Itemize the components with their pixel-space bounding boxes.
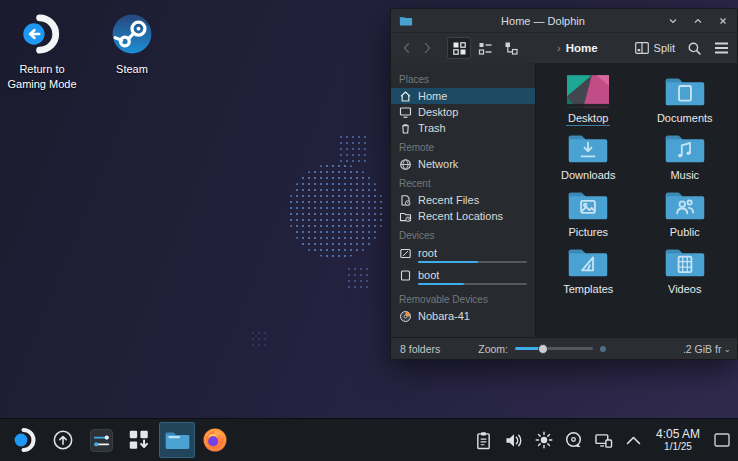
desktop-icon-return-to-gaming-mode[interactable]: Return to Gaming Mode: [6, 12, 78, 92]
brightness-tray-button[interactable]: [532, 428, 556, 452]
back-button[interactable]: [399, 38, 415, 58]
sidebar-item-label: boot: [418, 269, 439, 281]
clipboard-icon: [475, 431, 492, 450]
sidebar-item-boot[interactable]: boot: [391, 266, 535, 282]
show-desktop-button[interactable]: [712, 428, 732, 452]
forward-button[interactable]: [419, 38, 435, 58]
sidebar-item-nobara-41[interactable]: Nobara-41: [391, 308, 535, 324]
statusbar: 8 folders Zoom: .2 GiB fr ⌄: [391, 337, 737, 359]
desktop-icon-label: Return to Gaming Mode: [6, 62, 78, 92]
disks-devices-tray-button[interactable]: [562, 428, 586, 452]
breadcrumb-home[interactable]: Home: [566, 42, 598, 54]
folder-item-public[interactable]: Public: [637, 187, 734, 241]
firefox-icon: [202, 427, 228, 453]
sidebar-item-label: Desktop: [418, 106, 458, 118]
folder-item-music[interactable]: Music: [637, 130, 734, 184]
dolphin-folder-icon: [164, 429, 191, 452]
split-label: Split: [654, 42, 675, 54]
details-view-button[interactable]: [473, 37, 497, 59]
maximize-button[interactable]: [692, 15, 704, 27]
sliders-icon: [89, 428, 114, 453]
recent-files-icon: [399, 194, 412, 207]
folder-icon-music: [663, 130, 707, 167]
split-button[interactable]: Split: [635, 42, 675, 54]
wallpaper-dot-circle: [288, 163, 384, 259]
return-to-gaming-mode-icon: [20, 12, 64, 56]
titlebar[interactable]: Home — Dolphin: [391, 9, 737, 33]
folder-icon-downloads: [566, 130, 610, 167]
trash-icon: [399, 122, 412, 135]
icons-view-button[interactable]: [447, 37, 471, 59]
wallpaper-dot-square: [338, 134, 366, 162]
digital-clock[interactable]: 4:05 AM 1/1/25: [656, 428, 700, 452]
dolphin-task-button[interactable]: [159, 422, 195, 458]
minimize-button[interactable]: [667, 15, 679, 27]
folder-item-documents[interactable]: Documents: [637, 73, 734, 127]
sidebar-item-label: Recent Files: [418, 194, 479, 206]
sidebar-item-root[interactable]: root: [391, 244, 535, 260]
sidebar-item-label: Home: [418, 90, 447, 102]
zoom-slider[interactable]: [515, 347, 593, 350]
close-button[interactable]: [717, 15, 729, 27]
chevron-up-icon: [626, 436, 641, 445]
free-space-chevron-icon[interactable]: ⌄: [723, 344, 731, 354]
places-panel: Places Home Desktop Trash Remote: [391, 63, 536, 337]
search-icon: [687, 41, 702, 56]
folder-label: Desktop: [566, 112, 610, 126]
toolbar: › Home Split: [391, 33, 737, 63]
sidebar-item-network[interactable]: Network: [391, 156, 535, 172]
firefox-task-button[interactable]: [197, 422, 233, 458]
recent-locations-icon: [399, 210, 412, 223]
folder-item-videos[interactable]: Videos: [637, 244, 734, 298]
sun-icon: [535, 431, 553, 449]
app-grid-download-icon: [127, 428, 151, 452]
section-header-remote: Remote: [391, 136, 535, 156]
sidebar-item-recent-files[interactable]: Recent Files: [391, 192, 535, 208]
section-header-recent: Recent: [391, 172, 535, 192]
boot-drive-icon: [399, 269, 412, 282]
menu-button[interactable]: [714, 42, 729, 54]
sidebar-item-trash[interactable]: Trash: [391, 120, 535, 136]
zoom-slider-handle[interactable]: [538, 344, 548, 354]
desktop-icon-label: Steam: [116, 62, 148, 77]
folder-icon-public: [663, 187, 707, 224]
clipboard-tray-button[interactable]: [472, 428, 496, 452]
folder-label: Videos: [666, 283, 703, 296]
sidebar-item-desktop[interactable]: Desktop: [391, 104, 535, 120]
screen-layout-tray-button[interactable]: [592, 428, 616, 452]
network-globe-icon: [399, 158, 412, 171]
home-icon: [399, 90, 412, 103]
folder-item-templates[interactable]: Templates: [540, 244, 637, 298]
steam-icon: [110, 12, 154, 56]
desktop-icon: [399, 106, 412, 119]
wallpaper-dot-square: [250, 330, 270, 350]
update-tool-button[interactable]: [45, 422, 81, 458]
volume-tray-button[interactable]: [502, 428, 526, 452]
software-install-button[interactable]: [121, 422, 157, 458]
settings-tweaks-button[interactable]: [83, 422, 119, 458]
sidebar-item-home[interactable]: Home: [391, 88, 535, 104]
folder-label: Public: [668, 226, 702, 239]
sidebar-item-label: root: [418, 247, 437, 259]
breadcrumb-chevron-icon: ›: [557, 42, 561, 54]
zoom-in-icon[interactable]: [600, 346, 606, 352]
desktop-icon-steam[interactable]: Steam: [96, 12, 168, 92]
folder-item-downloads[interactable]: Downloads: [540, 130, 637, 184]
folder-icon-desktop: [566, 73, 610, 110]
app-launcher-button[interactable]: [7, 422, 43, 458]
clock-date: 1/1/25: [656, 441, 700, 452]
folder-item-desktop[interactable]: Desktop: [540, 73, 637, 127]
tree-view-button[interactable]: [499, 37, 523, 59]
dolphin-window: Home — Dolphin: [390, 8, 738, 360]
dolphin-app-icon: [399, 15, 413, 27]
folder-view[interactable]: Desktop Documents: [536, 63, 737, 337]
wallpaper-dot-square: [346, 266, 370, 290]
breadcrumb[interactable]: › Home: [557, 42, 598, 54]
folder-icon-pictures: [566, 187, 610, 224]
search-button[interactable]: [687, 41, 702, 56]
sidebar-item-recent-locations[interactable]: Recent Locations: [391, 208, 535, 224]
tray-expander-button[interactable]: [622, 428, 646, 452]
folder-icon-documents: [663, 73, 707, 110]
folder-item-pictures[interactable]: Pictures: [540, 187, 637, 241]
folder-icon-templates: [566, 244, 610, 281]
